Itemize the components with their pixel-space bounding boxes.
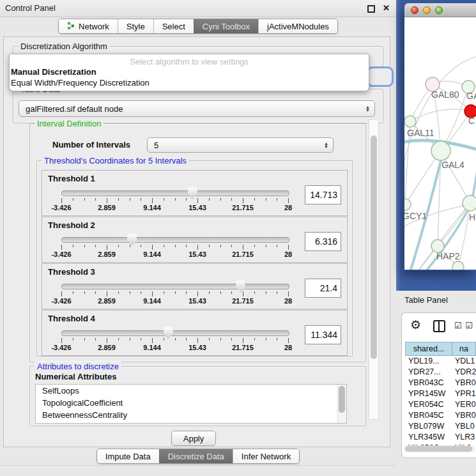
threshold-slider-track[interactable]	[61, 190, 289, 196]
table-row[interactable]: YDL19...YDL1	[405, 356, 476, 367]
divider	[0, 465, 396, 466]
dropdown-option-manual[interactable]: Manual Discretization	[10, 66, 369, 77]
tab-jactivemnodules[interactable]: jActiveMNodules	[258, 19, 337, 33]
table-hscrollbar[interactable]	[404, 445, 475, 452]
node-label: GAL80	[431, 89, 459, 100]
apply-button[interactable]: Apply	[171, 431, 216, 446]
node-label: GCY1	[404, 211, 427, 221]
threshold-value-field[interactable]: 14.713	[305, 185, 341, 204]
numerical-attributes-list[interactable]: SelfLoopsTopologicalCoefficientBetweenne…	[35, 384, 347, 424]
num-intervals-value: 5	[154, 141, 158, 150]
threshold-value-field[interactable]: 21.4	[305, 279, 341, 298]
panel-title: Control Panel	[5, 3, 56, 13]
table-row[interactable]: YPR145WYPR1	[405, 388, 476, 399]
threshold-label: Threshold 3	[48, 267, 95, 277]
network-node-gcy1[interactable]	[404, 199, 411, 210]
tab-cyni-toolbox[interactable]: Cyni Toolbox	[194, 19, 258, 33]
list-item[interactable]: BetweennessCentrality	[36, 409, 346, 421]
table-panel-titlebar: Table Panel	[396, 291, 476, 309]
table-data-combo-value: galFiltered.sif default node	[26, 104, 123, 114]
table-row[interactable]: YER054CYER0	[405, 399, 476, 410]
network-node-hap2[interactable]	[431, 240, 444, 252]
thresholds-group: Threshold's Coordinates for 5 Intervals …	[36, 160, 353, 357]
list-item[interactable]: TopologicalCoefficient	[36, 397, 346, 409]
zoom-traffic-light[interactable]	[435, 6, 443, 14]
threshold-panel-1: Threshold 1-3.4262.8599.14415.4321.71528…	[42, 170, 348, 216]
numerical-attributes-heading: Numerical Attributes	[35, 372, 116, 381]
slider-ticks	[61, 338, 288, 343]
group-title: Discretization Algorithm	[18, 42, 110, 52]
column-header[interactable]: na	[452, 342, 475, 355]
dropdown-option-equal-width[interactable]: Equal Width/Frequency Discretization	[10, 77, 369, 88]
threshold-panel-3: Threshold 3-3.4262.8599.14415.4321.71528…	[42, 263, 348, 309]
network-window: GAL80GACGAL11GAL4GCY1HHAP2	[404, 3, 476, 270]
threshold-slider-track[interactable]	[61, 237, 289, 243]
close-icon[interactable]: ✕	[383, 3, 390, 13]
tab-label: jActiveMNodules	[267, 22, 329, 31]
network-node-h[interactable]	[463, 196, 476, 211]
cyni-toolbox-panel: Discretization Algorithm Select algorith…	[3, 36, 390, 447]
cell-shared-name: YER054C	[405, 399, 452, 410]
slider-ticks	[61, 198, 288, 203]
cell-name: YBR0	[452, 378, 476, 388]
table-row[interactable]: YBR043CYBR0	[405, 378, 476, 388]
cell-name: YBL0	[452, 421, 476, 432]
tab-infer-network[interactable]: Infer Network	[233, 449, 299, 463]
threshold-label: Threshold 1	[48, 174, 95, 183]
checkbox-icons[interactable]: ☑ ☑	[454, 321, 473, 330]
column-layout-icon[interactable]	[433, 320, 445, 332]
num-intervals-combo[interactable]: 5 ▲▼	[147, 137, 334, 153]
interval-definition-group: Interval Definition Number of Intervals …	[29, 123, 366, 362]
stepper-icon: ▲▼	[324, 142, 328, 148]
network-window-titlebar[interactable]	[404, 3, 476, 17]
algorithm-dropdown-popup: Select algorithm to view settings Manual…	[9, 54, 369, 91]
network-view[interactable]: GAL80GACGAL11GAL4GCY1HHAP2	[404, 17, 476, 270]
table-row[interactable]: YBR045CYBR0	[405, 410, 476, 421]
cell-name: YPR1	[452, 388, 476, 399]
group-title: Threshold's Coordinates for 5 Intervals	[42, 156, 189, 166]
tab-select[interactable]: Select	[153, 19, 194, 33]
tab-discretize-data[interactable]: Discretize Data	[159, 449, 233, 463]
threshold-value-field[interactable]: 6.316	[305, 232, 341, 251]
table-row[interactable]: YDR27...YDR2	[405, 367, 476, 378]
cell-shared-name: YBL079W	[405, 421, 452, 432]
network-node[interactable]	[452, 261, 464, 270]
threshold-label: Threshold 4	[48, 314, 95, 323]
node-label: C	[468, 116, 475, 126]
gear-icon[interactable]: ⚙	[410, 318, 421, 332]
table-row[interactable]: YBL079WYBL0	[405, 421, 476, 432]
table-data-group: Table Data galFiltered.sif default node …	[13, 89, 383, 123]
close-traffic-light[interactable]	[411, 6, 418, 14]
column-header[interactable]: shared...	[406, 342, 452, 355]
list-item[interactable]: SelfLoops	[36, 385, 346, 397]
node-table[interactable]: shared...naYDL19...YDL1YDR27...YDR2YBR04…	[405, 342, 476, 450]
tab-label: Discretize Data	[168, 452, 224, 461]
table-data-combo[interactable]: galFiltered.sif default node ▲▼	[19, 100, 375, 117]
tab-impute-data[interactable]: Impute Data	[97, 449, 159, 463]
threshold-slider-track[interactable]	[61, 284, 289, 289]
scrollbar-thumb[interactable]	[339, 386, 345, 413]
scrollbar-thumb[interactable]	[405, 446, 472, 452]
bottom-tab-row: Impute DataDiscretize DataInfer Network	[0, 449, 396, 464]
tab-label: Impute Data	[105, 452, 151, 461]
threshold-value-field[interactable]: 11.344	[305, 325, 341, 344]
slider-ticks	[61, 245, 288, 250]
scrollbar-thumb[interactable]	[371, 135, 377, 359]
network-node-gal4[interactable]	[431, 141, 450, 160]
list-scrollbar[interactable]	[337, 385, 346, 423]
table-row[interactable]: YLR345WYLR3	[405, 432, 476, 443]
minimize-traffic-light[interactable]	[423, 6, 431, 14]
float-window-icon[interactable]	[367, 5, 375, 13]
stepper-icon: ▲▼	[365, 105, 370, 112]
node-label: HAP2	[436, 251, 460, 261]
tab-style[interactable]: Style	[118, 19, 153, 33]
network-node-gal11[interactable]	[404, 116, 416, 127]
panel-scrollbar[interactable]	[369, 119, 379, 420]
cell-name: YLR3	[452, 432, 476, 443]
threshold-slider-track[interactable]	[61, 330, 289, 336]
slider-scale-labels: -3.4262.8599.14415.4321.71528	[61, 204, 288, 211]
algorithm-combo[interactable]	[367, 66, 394, 87]
slider-ticks	[61, 291, 288, 296]
tab-network[interactable]: Network	[59, 19, 118, 33]
cell-shared-name: YLR345W	[405, 432, 452, 443]
